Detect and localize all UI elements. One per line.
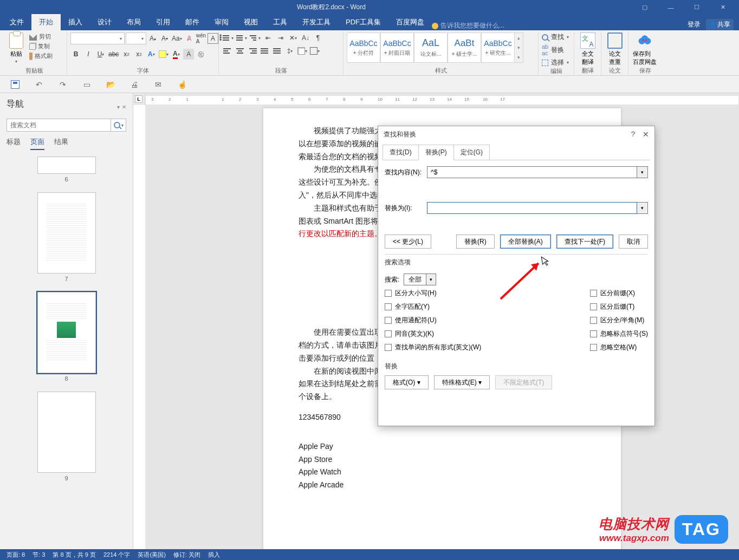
enclose-char-button[interactable]: ㊓ [196, 49, 206, 60]
opt-match-case[interactable]: 区分大小写(H) [385, 289, 481, 298]
replace-input[interactable] [427, 202, 637, 214]
decrease-indent-button[interactable]: ⇤ [263, 32, 274, 43]
replace-all-button[interactable]: 全部替换(A) [500, 235, 551, 249]
tab-review[interactable]: 审阅 [207, 14, 236, 30]
status-page-of[interactable]: 第 8 页，共 9 页 [53, 551, 95, 559]
subscript-button[interactable]: x2 [121, 49, 132, 60]
find-input[interactable] [427, 166, 637, 178]
show-marks-button[interactable]: ¶ [313, 32, 323, 43]
page-thumb[interactable] [37, 157, 96, 174]
qat-open-button[interactable]: 📂 [105, 79, 116, 90]
italic-button[interactable]: I [83, 49, 94, 60]
format-button[interactable]: 格式(O) ▾ [385, 375, 429, 389]
format-painter-button[interactable]: 格式刷 [29, 52, 53, 60]
qat-print-preview-button[interactable]: 🖨 [129, 79, 140, 90]
nav-search-button[interactable]: ▾ [111, 119, 126, 131]
strike-button[interactable]: abc [108, 49, 119, 60]
qat-new-button[interactable]: ▭ [81, 79, 92, 90]
page-thumb[interactable] [37, 192, 96, 274]
find-next-button[interactable]: 查找下一处(F) [556, 235, 613, 249]
search-direction-select[interactable]: 全部▾ [404, 274, 436, 285]
font-size-select[interactable]: ▾ [126, 32, 146, 44]
login-link[interactable]: 登录 [688, 20, 701, 29]
save-button[interactable] [10, 79, 21, 90]
multilevel-button[interactable]: ▾ [249, 32, 261, 43]
nav-tab-pages[interactable]: 页面 [30, 137, 44, 150]
nav-search-input[interactable] [7, 119, 111, 131]
tab-selector[interactable]: L [135, 95, 142, 103]
tab-developer[interactable]: 开发工具 [295, 14, 338, 30]
style-more-button[interactable]: ▴▾▾ [515, 32, 523, 63]
status-track[interactable]: 修订: 关闭 [173, 551, 200, 559]
save-baidu-button[interactable]: 保存到百度网盘 [632, 32, 658, 66]
status-word-count[interactable]: 2214 个字 [103, 551, 131, 559]
minimize-icon[interactable]: — [659, 2, 683, 13]
ribbon-display-icon[interactable]: ▢ [633, 2, 657, 13]
page-thumb[interactable] [37, 392, 96, 473]
sort-button[interactable]: A↓ [300, 32, 311, 43]
opt-space[interactable]: 忽略空格(W) [590, 343, 648, 352]
clear-format-button[interactable]: A̷ [184, 33, 195, 44]
tab-file[interactable]: 文件 [2, 14, 31, 30]
shading-button[interactable]: ▾ [297, 45, 308, 56]
dialog-help-icon[interactable]: ? [631, 130, 635, 139]
opt-punct[interactable]: 忽略标点符号(S) [590, 329, 648, 338]
style-gallery[interactable]: AaBbCc+ 分栏符 AaBbCc+ 封面日期 AaL论文标... AaBt+… [347, 32, 523, 63]
nav-tab-results[interactable]: 结果 [54, 137, 68, 150]
cancel-button[interactable]: 取消 [619, 235, 648, 249]
change-case-button[interactable]: Aa▾ [171, 33, 183, 44]
page-thumb-selected[interactable] [37, 292, 96, 373]
paste-button[interactable]: 粘贴 ▾ [5, 32, 27, 64]
font-color-button[interactable]: A▾ [171, 49, 181, 60]
justify-button[interactable] [260, 45, 270, 56]
copy-button[interactable]: 复制 [29, 42, 53, 50]
opt-width[interactable]: 区分全/半角(M) [590, 316, 648, 325]
qat-touch-button[interactable]: ☝ [177, 79, 187, 90]
select-button[interactable]: 选择▾ [542, 58, 569, 67]
tab-references[interactable]: 引用 [148, 14, 178, 30]
asian-layout-button[interactable]: ✕▾ [288, 32, 299, 43]
find-dropdown-button[interactable]: ▾ [637, 166, 648, 178]
special-button[interactable]: 特殊格式(E) ▾ [434, 375, 490, 389]
undo-button[interactable]: ↶ [34, 79, 44, 90]
opt-sounds-like[interactable]: 同音(英文)(K) [385, 329, 481, 338]
nav-search-box[interactable]: ▾ [7, 119, 126, 132]
highlight-button[interactable]: ▾ [158, 49, 169, 60]
opt-prefix[interactable]: 区分前缀(X) [590, 289, 648, 298]
align-right-button[interactable] [247, 45, 258, 56]
opt-whole-word[interactable]: 全字匹配(Y) [385, 302, 481, 311]
vertical-ruler[interactable] [133, 105, 145, 549]
close-icon[interactable]: ✕ [711, 2, 735, 13]
dialog-tab-replace[interactable]: 替换(P) [418, 145, 454, 160]
char-shading-button[interactable]: A [183, 49, 194, 60]
underline-button[interactable]: U▾ [95, 49, 106, 60]
tab-home[interactable]: 开始 [31, 14, 61, 30]
tab-view[interactable]: 视图 [236, 14, 265, 30]
replace-dropdown-button[interactable]: ▾ [637, 202, 648, 214]
maximize-icon[interactable]: ☐ [685, 2, 709, 13]
thesis-check-button[interactable]: 论文查重 [605, 32, 625, 66]
replace-one-button[interactable]: 替换(R) [456, 235, 495, 249]
share-button[interactable]: 👤 共享 [706, 19, 734, 30]
text-effects-button[interactable]: A▾ [146, 49, 157, 60]
replace-button[interactable]: abac替换 [542, 43, 569, 56]
tab-insert[interactable]: 插入 [61, 14, 90, 30]
increase-indent-button[interactable]: ⇥ [275, 32, 286, 43]
line-spacing-button[interactable]: ‡▾ [284, 45, 295, 56]
tell-me-box[interactable]: 告诉我您想要做什么... [432, 21, 504, 30]
borders-button[interactable]: ▾ [309, 45, 320, 56]
status-insert[interactable]: 插入 [208, 551, 220, 559]
translate-button[interactable]: 全文翻译 [578, 32, 598, 66]
tab-layout[interactable]: 布局 [119, 14, 148, 30]
nav-tab-headings[interactable]: 标题 [7, 137, 21, 150]
tab-design[interactable]: 设计 [90, 14, 119, 30]
status-page[interactable]: 页面: 8 [7, 551, 25, 559]
tab-tools[interactable]: 工具 [265, 14, 295, 30]
dialog-tab-find[interactable]: 查找(D) [383, 145, 419, 160]
horizontal-ruler[interactable]: 321 1234567891011121314151617 [145, 95, 739, 105]
tab-mailings[interactable]: 邮件 [178, 14, 207, 30]
bold-button[interactable]: B [70, 49, 81, 60]
opt-wildcards[interactable]: 使用通配符(U) [385, 316, 481, 325]
grow-font-button[interactable]: A▴ [147, 33, 158, 44]
opt-suffix[interactable]: 区分后缀(T) [590, 302, 648, 311]
